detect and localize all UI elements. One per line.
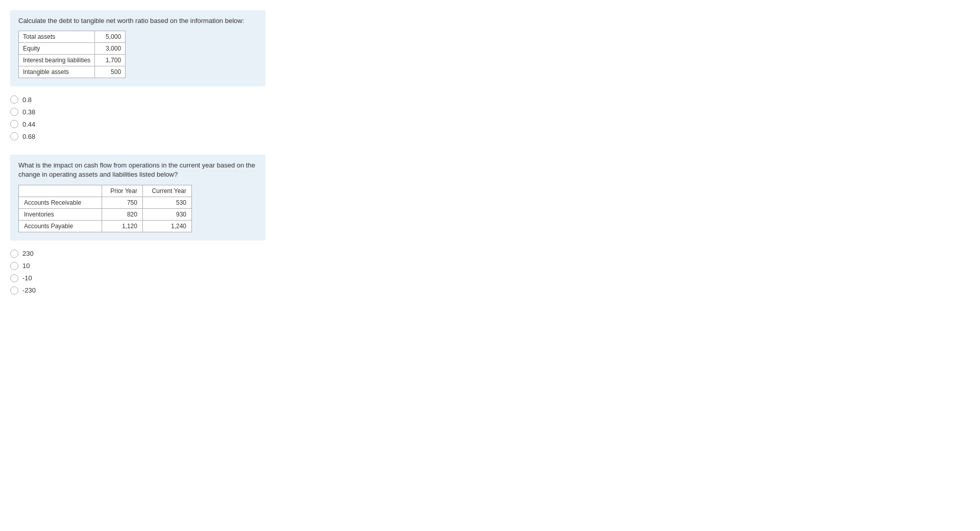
table-row: Equity 3,000 [19,43,126,55]
row-label: Accounts Payable [19,220,102,232]
option-item[interactable]: 0.68 [10,132,970,140]
question-2-options: 230 10 -10 -230 [10,250,970,295]
option-radio[interactable] [10,108,18,116]
column-header: Prior Year [102,185,142,197]
row-label: Accounts Receivable [19,197,102,208]
row-value: 500 [95,66,126,78]
column-header: Current Year [142,185,191,197]
row-label: Intangible assets [19,66,95,78]
row-value: 1,700 [95,55,126,66]
option-item[interactable]: -10 [10,274,970,282]
row-label: Inventories [19,208,102,220]
table-header-row: Prior YearCurrent Year [19,185,192,197]
option-radio[interactable] [10,120,18,128]
question-1-table: Total assets 5,000 Equity 3,000 Interest… [18,31,126,78]
row-value: 3,000 [95,43,126,55]
question-1-table-container: Calculate the debt to tangible net worth… [10,10,265,86]
question-1-block: Calculate the debt to tangible net worth… [10,10,265,86]
row-value: 5,000 [95,31,126,43]
option-item[interactable]: 0.44 [10,120,970,128]
current-year-value: 1,240 [142,220,191,232]
column-header [19,185,102,197]
question-2-text: What is the impact on cash flow from ope… [18,161,257,179]
question-1-options: 0.8 0.38 0.44 0.68 [10,95,970,140]
option-label: 0.68 [22,133,35,140]
table-row: Accounts Receivable 750 530 [19,197,192,208]
option-label: -230 [22,286,36,294]
table-row: Inventories 820 930 [19,208,192,220]
question-1-text: Calculate the debt to tangible net worth… [18,16,257,26]
option-label: 0.8 [22,96,32,104]
option-radio[interactable] [10,250,18,258]
option-radio[interactable] [10,274,18,282]
prior-year-value: 820 [102,208,142,220]
current-year-value: 530 [142,197,191,208]
option-item[interactable]: 230 [10,250,970,258]
question-2-table: Prior YearCurrent Year Accounts Receivab… [18,185,192,232]
row-label: Equity [19,43,95,55]
option-label: 0.44 [22,120,35,128]
option-radio[interactable] [10,95,18,104]
option-label: 230 [22,250,34,257]
option-radio[interactable] [10,262,18,270]
question-2-block: What is the impact on cash flow from ope… [10,155,265,240]
option-item[interactable]: 0.8 [10,95,970,104]
option-radio[interactable] [10,286,18,295]
option-item[interactable]: 0.38 [10,108,970,116]
row-label: Total assets [19,31,95,43]
option-label: 10 [22,262,30,270]
table-row: Total assets 5,000 [19,31,126,43]
table-row: Intangible assets 500 [19,66,126,78]
option-label: -10 [22,274,32,282]
option-item[interactable]: -230 [10,286,970,295]
table-row: Interest bearing liabilities 1,700 [19,55,126,66]
prior-year-value: 1,120 [102,220,142,232]
row-label: Interest bearing liabilities [19,55,95,66]
option-label: 0.38 [22,108,35,116]
option-radio[interactable] [10,132,18,140]
current-year-value: 930 [142,208,191,220]
question-2-table-container: What is the impact on cash flow from ope… [10,155,265,240]
option-item[interactable]: 10 [10,262,970,270]
table-row: Accounts Payable 1,120 1,240 [19,220,192,232]
prior-year-value: 750 [102,197,142,208]
